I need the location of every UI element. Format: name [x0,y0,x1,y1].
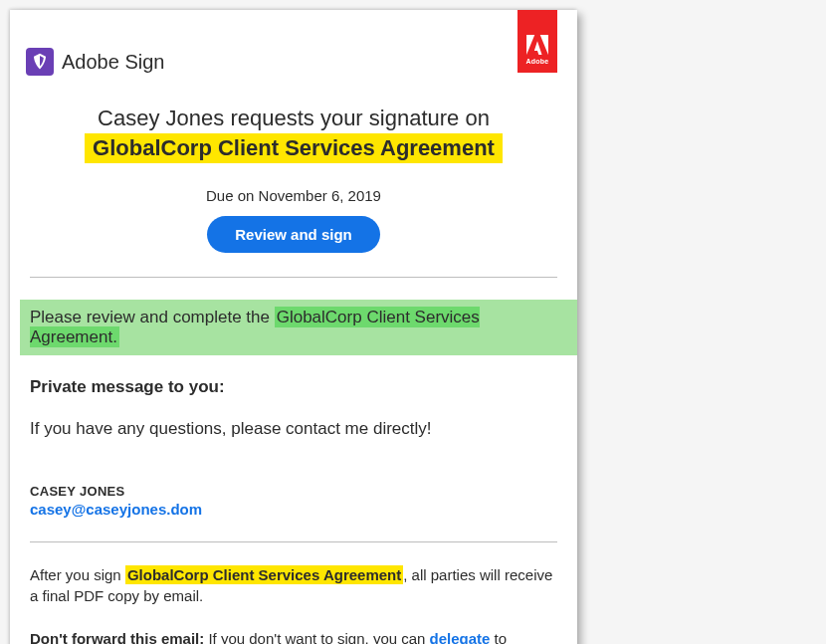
sender-block: CASEY JONES casey@caseyjones.dom [30,484,577,518]
private-message-body: If you have any questions, please contac… [30,419,577,439]
review-prefix: Please review and complete the [30,308,275,326]
document-title: GlobalCorp Client Services Agreement [85,133,503,163]
after-sign-prefix: After you sign [30,566,125,583]
hero-section: Casey Jones requests your signature on G… [10,76,577,253]
sender-email[interactable]: casey@caseyjones.dom [30,501,577,518]
divider [30,541,557,542]
email-card: Adobe Adobe Sign Casey Jones requests yo… [10,10,577,644]
forward-warning: Don't forward this email: If you don't w… [30,628,557,644]
adobe-badge: Adobe [517,10,557,73]
adobe-badge-label: Adobe [526,58,549,65]
product-header: Adobe Sign [10,10,577,76]
review-instruction: Please review and complete the GlobalCor… [20,300,577,355]
forward-warning-mid: If you don't want to sign, you can [204,630,429,644]
due-date: Due on November 6, 2019 [30,187,557,204]
after-sign-note: After you sign GlobalCorp Client Service… [30,564,557,606]
adobe-logo-icon [526,35,548,55]
divider [30,277,557,278]
adobe-sign-icon [26,48,54,76]
request-text: Casey Jones requests your signature on [30,106,557,131]
after-sign-doc: GlobalCorp Client Services Agreement [125,565,403,584]
forward-warning-lead: Don't forward this email: [30,630,204,644]
sender-name: CASEY JONES [30,484,577,499]
product-name: Adobe Sign [62,51,164,74]
private-message-label: Private message to you: [30,377,577,397]
delegate-link[interactable]: delegate [430,630,491,644]
review-and-sign-button[interactable]: Review and sign [207,216,380,253]
